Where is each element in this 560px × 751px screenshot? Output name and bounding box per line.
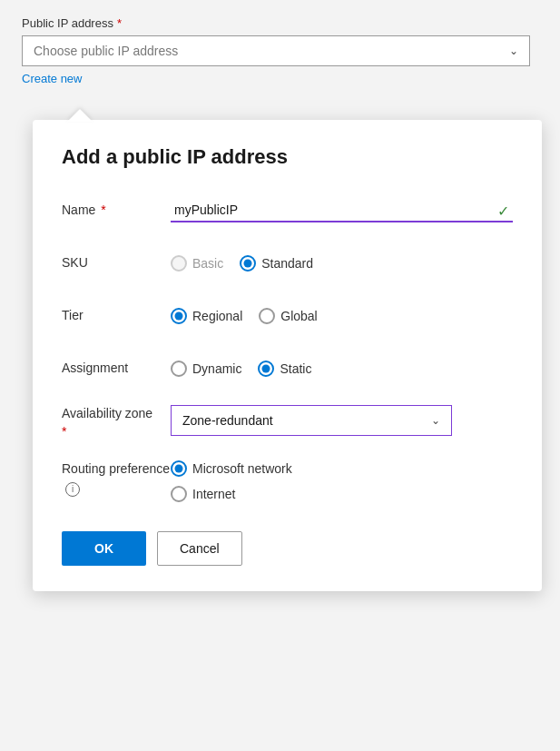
name-row: Name * ✓ [62, 194, 513, 227]
routing-internet-label: Internet [192, 487, 235, 501]
assignment-label: Assignment [62, 360, 171, 378]
sku-basic-option[interactable]: Basic [171, 255, 223, 272]
assignment-static-radio[interactable] [258, 361, 274, 377]
tier-regional-radio[interactable] [171, 308, 187, 324]
tier-global-option[interactable]: Global [259, 308, 317, 324]
create-new-link[interactable]: Create new [22, 72, 82, 85]
public-ip-placeholder: Choose public IP address [34, 44, 178, 58]
chevron-down-icon: ⌄ [509, 44, 518, 57]
routing-label-group: Routing preference i [62, 460, 171, 497]
tier-global-radio[interactable] [259, 308, 275, 324]
modal-title: Add a public IP address [62, 145, 513, 169]
public-ip-label: Public IP address [22, 16, 113, 30]
background-area: Public IP address * Choose public IP add… [0, 0, 560, 86]
name-input[interactable] [171, 199, 513, 222]
tooltip-arrow [67, 109, 93, 122]
sku-row: SKU Basic Standard [62, 247, 513, 280]
routing-microsoft-label: Microsoft network [192, 461, 292, 476]
assignment-controls: Dynamic Static [171, 361, 311, 377]
name-input-wrapper: ✓ [171, 199, 513, 222]
sku-label: SKU [62, 254, 171, 272]
assignment-dynamic-option[interactable]: Dynamic [171, 361, 241, 377]
modal-dialog: Add a public IP address Name * ✓ SKU Bas… [33, 120, 542, 591]
sku-standard-label: Standard [261, 256, 313, 271]
tier-label: Tier [62, 307, 171, 325]
chevron-down-icon: ⌄ [431, 414, 440, 427]
sku-standard-option[interactable]: Standard [240, 255, 313, 272]
assignment-row: Assignment Dynamic Static [62, 352, 513, 385]
routing-row: Routing preference i Microsoft network I… [62, 460, 513, 502]
assignment-static-label: Static [280, 361, 311, 376]
sku-basic-label: Basic [192, 256, 223, 271]
availability-zone-dropdown[interactable]: Zone-redundant ⌄ [171, 405, 452, 436]
routing-label: Routing preference [62, 460, 170, 479]
check-icon: ✓ [497, 203, 509, 220]
availability-row: Availability zone * Zone-redundant ⌄ [62, 405, 513, 440]
tier-regional-label: Regional [192, 309, 242, 323]
routing-internet-radio[interactable] [171, 486, 187, 502]
assignment-static-option[interactable]: Static [258, 361, 311, 377]
tier-regional-option[interactable]: Regional [171, 308, 242, 324]
tier-row: Tier Regional Global [62, 300, 513, 332]
cancel-button[interactable]: Cancel [157, 531, 242, 566]
public-ip-required-star: * [117, 16, 122, 30]
availability-zone-value: Zone-redundant [182, 413, 273, 428]
sku-basic-radio[interactable] [171, 255, 187, 272]
assignment-dynamic-label: Dynamic [192, 361, 241, 376]
info-icon[interactable]: i [65, 482, 80, 497]
button-row: OK Cancel [62, 531, 513, 566]
sku-standard-radio[interactable] [240, 255, 256, 272]
ok-button[interactable]: OK [62, 531, 146, 566]
sku-controls: Basic Standard [171, 255, 313, 272]
routing-microsoft-option[interactable]: Microsoft network [171, 460, 292, 477]
availability-label: Availability zone * [62, 405, 171, 440]
public-ip-dropdown[interactable]: Choose public IP address ⌄ [22, 35, 530, 66]
routing-microsoft-radio[interactable] [171, 460, 187, 477]
tier-global-label: Global [280, 309, 317, 323]
routing-internet-option[interactable]: Internet [171, 486, 292, 502]
assignment-dynamic-radio[interactable] [171, 361, 187, 377]
tier-controls: Regional Global [171, 308, 318, 324]
routing-options: Microsoft network Internet [171, 460, 292, 502]
name-label: Name * [62, 202, 171, 220]
